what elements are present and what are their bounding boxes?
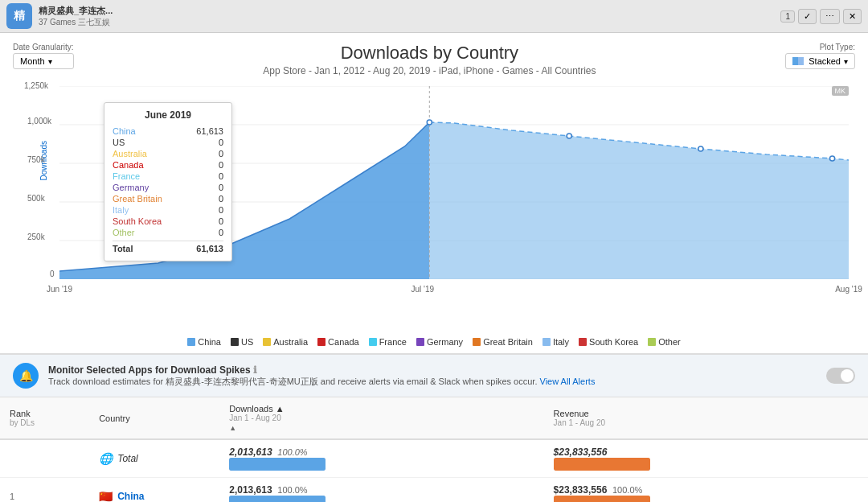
legend-label: Great Britain (483, 337, 533, 347)
app-name: 精灵盛典_李连杰... (39, 5, 113, 17)
legend-label: Germany (427, 337, 463, 347)
rank-cell: 1 (0, 478, 89, 503)
table-row: 🌐 Total 2,013,613 100.0% $23,833,556 (0, 439, 868, 478)
th-downloads[interactable]: Downloads ▲ Jan 1 - Aug 20 (219, 397, 543, 439)
plot-type-group: Plot Type: Stacked (785, 43, 855, 69)
legend-color (231, 338, 239, 346)
table-header-row: Rank by DLs Country Downloads ▲ Jan 1 - … (0, 397, 868, 439)
downloads-value: 2,013,613 (229, 484, 272, 496)
x-tick-aug19: Aug '19 (835, 285, 862, 294)
more-button[interactable]: ⋯ (820, 9, 840, 24)
svg-point-8 (698, 146, 703, 151)
svg-point-9 (829, 156, 834, 161)
downloads-pct: 100.0% (277, 485, 307, 495)
legend-item: Canada (317, 337, 359, 347)
table-section: Rank by DLs Country Downloads ▲ Jan 1 - … (0, 397, 868, 502)
chart-section: Date Granularity: Month Downloads by Cou… (0, 33, 868, 354)
bell-icon: 🔔 (13, 363, 39, 389)
table-body: 🌐 Total 2,013,613 100.0% $23,833,556 1 🇨… (0, 439, 868, 502)
app-icon: 精 (6, 3, 32, 29)
tooltip-row: Germany0 (113, 182, 223, 193)
revenue-bar-fill (554, 496, 650, 502)
app-sub: 37 Games 三七互娱 (39, 17, 113, 28)
downloads-bar (229, 496, 326, 502)
chart-tooltip: June 2019 China61,613US0Australia0Canada… (104, 102, 232, 261)
revenue-bar-container (554, 496, 650, 502)
x-tick-jun19: Jun '19 (47, 285, 72, 294)
tooltip-row: US0 (113, 137, 223, 148)
legend-item: Other (648, 337, 681, 347)
app-info: 精灵盛典_李连杰... 37 Games 三七互娱 (39, 5, 113, 28)
revenue-cell: $23,833,556 100.0% (544, 478, 868, 503)
date-granularity-dropdown[interactable]: Month (13, 53, 74, 69)
legend-color (187, 338, 195, 346)
revenue-cell: $23,833,556 (544, 439, 868, 478)
y-tick-500k: 500k (27, 194, 45, 203)
legend-color (369, 338, 377, 346)
country-cell: 🇨🇳 China (89, 478, 219, 503)
plot-type-dropdown[interactable]: Stacked (785, 53, 855, 69)
revenue-value: $23,833,556 (554, 484, 608, 496)
top-bar: 精 精灵盛典_李连杰... 37 Games 三七互娱 1 ✓ ⋯ ✕ (0, 0, 868, 33)
downloads-value: 2,013,613 (229, 446, 272, 458)
tooltip-row: South Korea0 (113, 216, 223, 227)
y-tick-250k: 250k (27, 232, 45, 241)
rank-cell (0, 439, 89, 478)
downloads-bar-container (229, 496, 326, 502)
legend-item: Australia (263, 337, 308, 347)
chart-header: Downloads by Country App Store - Jan 1, … (263, 43, 596, 76)
legend-label: China (198, 337, 221, 347)
tooltip-total: Total 61,613 (113, 241, 223, 254)
country-link[interactable]: China (117, 491, 144, 502)
legend-label: France (379, 337, 407, 347)
legend-item: Germany (416, 337, 463, 347)
legend-item: Great Britain (473, 337, 533, 347)
legend-item: South Korea (579, 337, 638, 347)
monitor-title: Monitor Selected Apps for Download Spike… (48, 364, 817, 376)
tooltip-title: June 2019 (113, 109, 223, 121)
legend-color (263, 338, 271, 346)
plot-type-label: Plot Type: (820, 43, 855, 51)
revenue-value: $23,833,556 (554, 446, 608, 458)
tooltip-row: Other0 (113, 227, 223, 238)
chart-legend: ChinaUSAustraliaCanadaFranceGermanyGreat… (13, 337, 855, 347)
svg-point-7 (567, 134, 571, 138)
downloads-table: Rank by DLs Country Downloads ▲ Jan 1 - … (0, 397, 868, 502)
y-tick-0: 0 (50, 270, 55, 278)
y-tick-1250k: 1,250k (24, 81, 48, 90)
legend-color (317, 338, 326, 346)
country-cell: 🌐 Total (89, 439, 219, 478)
date-granularity-group: Date Granularity: Month (13, 43, 74, 69)
country-flag: 🇨🇳 (99, 490, 113, 502)
date-granularity-label: Date Granularity: (13, 43, 74, 51)
checkmark-button[interactable]: ✓ (798, 9, 817, 24)
monitor-text: Monitor Selected Apps for Download Spike… (48, 364, 817, 388)
downloads-bar (229, 458, 326, 471)
legend-item: France (369, 337, 407, 347)
tooltip-row: Australia0 (113, 148, 223, 159)
legend-label: Canada (328, 337, 359, 347)
legend-color (473, 338, 481, 346)
revenue-pct: 100.0% (612, 485, 642, 495)
chart-controls: Date Granularity: Month Downloads by Cou… (13, 43, 855, 80)
table-row: 1 🇨🇳 China 2,013,613 100.0% $23,833,556 … (0, 478, 868, 503)
legend-color (416, 338, 424, 346)
country-flag: 🌐 (99, 452, 113, 465)
revenue-bar-container (554, 458, 650, 471)
downloads-cell: 2,013,613 100.0% (219, 439, 543, 478)
close-button[interactable]: ✕ (843, 9, 862, 24)
info-icon[interactable]: ℹ (253, 364, 257, 376)
view-all-alerts-link[interactable]: View All Alerts (540, 376, 596, 386)
tooltip-row: Italy0 (113, 204, 223, 216)
legend-color (579, 338, 587, 346)
x-tick-jul19: Jul '19 (411, 285, 434, 294)
tooltip-row: Canada0 (113, 159, 223, 171)
y-tick-1000k: 1,000k (27, 117, 51, 126)
chart-area: Downloads (19, 86, 849, 311)
tooltip-row: Great Britain0 (113, 193, 223, 204)
chart-title: Downloads by Country (263, 43, 596, 64)
chart-area-dashed (429, 122, 849, 279)
monitor-toggle[interactable] (826, 368, 855, 384)
notification-badge: 1 (780, 10, 795, 23)
downloads-cell: 2,013,613 100.0% (219, 478, 543, 503)
